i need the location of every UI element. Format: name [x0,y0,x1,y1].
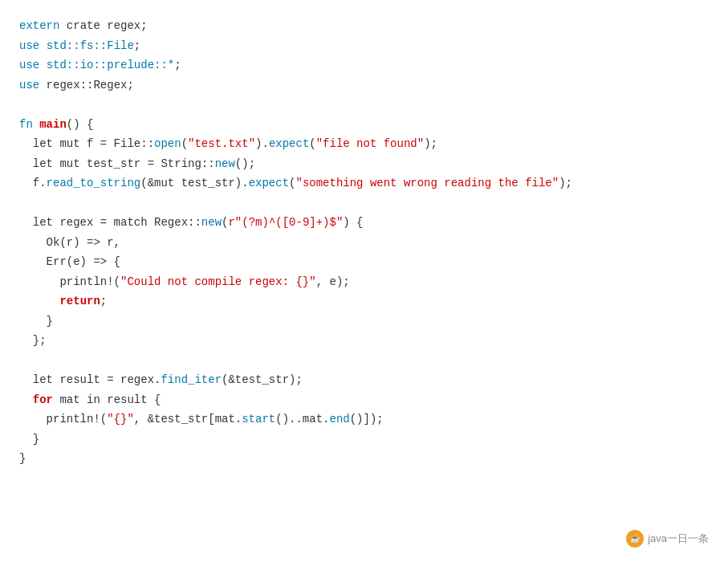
line-7: let mut f = File::open("test.txt").expec… [19,137,437,150]
line-15: return; [19,295,107,307]
line-6: fn main() { [19,118,93,131]
line-8: let mut test_str = String::new(); [19,157,255,170]
code-block: extern crate regex; use std::fs::File; u… [19,16,709,469]
line-1: extern crate regex; [19,19,148,32]
line-20: for mat in result { [19,393,161,406]
line-9: f.read_to_string(&mut test_str).expect("… [19,177,572,189]
line-11: let regex = match Regex::new(r"(?m)^([0-… [19,216,364,229]
line-3: use std::io::prelude::*; [19,59,181,71]
watermark: ☕ java一日一条 [626,530,709,548]
line-19: let result = regex.find_iter(&test_str); [19,373,303,386]
line-22: } [19,433,39,446]
line-16: } [19,315,53,328]
line-17: }; [19,334,47,347]
line-12: Ok(r) => r, [19,236,120,249]
line-2: use std::fs::File; [19,39,140,52]
line-14: println!("Could not compile regex: {}", … [19,275,350,288]
line-21: println!("{}", &test_str[mat.start()..ma… [19,413,384,426]
line-13: Err(e) => { [19,255,120,268]
watermark-icon: ☕ [626,530,644,548]
line-4: use regex::Regex; [19,79,134,92]
line-23: } [19,452,26,465]
watermark-text: java一日一条 [648,531,709,548]
code-container: extern crate regex; use std::fs::File; u… [0,0,728,562]
